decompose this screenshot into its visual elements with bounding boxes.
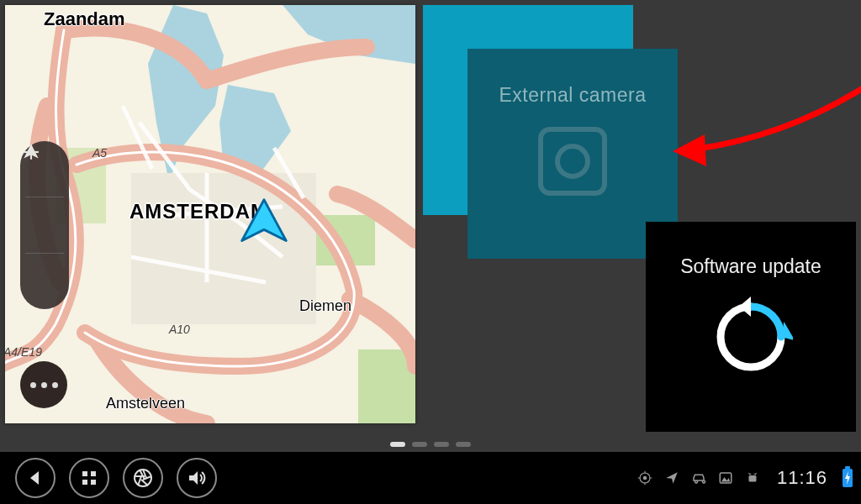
svg-rect-14: [82, 480, 87, 485]
back-arrow-icon: [25, 468, 45, 488]
home-stage: Zaandam AMSTERDAM Diemen Amstelveen A5 A…: [0, 0, 861, 449]
page-dot[interactable]: [456, 442, 471, 447]
location-arrow-icon: [664, 470, 679, 486]
callout-arrow: [673, 81, 861, 190]
zoom-control: [20, 141, 69, 309]
status-tray: 11:16: [637, 467, 853, 489]
external-camera-title: External camera: [467, 84, 678, 107]
svg-point-18: [643, 476, 647, 480]
svg-rect-12: [82, 471, 87, 476]
svg-rect-23: [748, 475, 756, 482]
car-icon: [691, 470, 706, 486]
svg-rect-13: [91, 471, 96, 476]
dot-icon: [41, 382, 47, 388]
page-dot[interactable]: [390, 442, 405, 447]
page-dot[interactable]: [412, 442, 427, 447]
svg-rect-7: [24, 151, 38, 153]
zoom-in-button[interactable]: [20, 197, 69, 253]
svg-marker-5: [242, 200, 287, 241]
map-label-zaandam: Zaandam: [44, 8, 125, 30]
image-icon: [718, 470, 733, 486]
dot-icon: [52, 382, 58, 388]
gps-target-icon: [637, 470, 652, 486]
minus-icon: [20, 141, 42, 163]
svg-marker-11: [30, 471, 39, 485]
speaker-icon: [187, 468, 207, 488]
svg-marker-20: [666, 472, 678, 484]
svg-marker-10: [673, 134, 706, 166]
aperture-icon: [133, 468, 153, 488]
map-label-a4e19: A4/E19: [5, 345, 42, 359]
clock: 11:16: [777, 467, 827, 489]
svg-marker-17: [189, 471, 198, 485]
svg-marker-22: [721, 477, 731, 481]
svg-marker-26: [845, 471, 850, 485]
svg-marker-8: [739, 297, 751, 317]
map-label-diemen: Diemen: [299, 297, 351, 315]
page-dot[interactable]: [434, 442, 449, 447]
map-menu-button[interactable]: [20, 361, 67, 408]
bottom-bar: 11:16: [0, 452, 861, 504]
camera-icon: [538, 127, 607, 196]
camera-aperture-button[interactable]: [123, 458, 163, 498]
software-update-title: Software update: [646, 255, 856, 278]
page-indicator: [0, 442, 861, 447]
map-label-a10: A10: [169, 323, 190, 336]
apps-grid-icon: [79, 468, 99, 488]
refresh-icon: [709, 295, 793, 379]
software-update-tile[interactable]: Software update: [646, 222, 856, 432]
zoom-out-button[interactable]: [20, 254, 69, 309]
map-label-amstelveen: Amstelveen: [106, 395, 185, 412]
svg-rect-15: [91, 480, 96, 485]
battery-charging-icon: [843, 469, 853, 487]
android-icon: [745, 470, 760, 486]
volume-button[interactable]: [177, 458, 217, 498]
dot-icon: [30, 382, 36, 388]
apps-button[interactable]: [69, 458, 109, 498]
back-button[interactable]: [15, 458, 55, 498]
current-location-cursor: [239, 197, 289, 247]
map-label-a5: A5: [92, 146, 107, 160]
map-widget[interactable]: Zaandam AMSTERDAM Diemen Amstelveen A5 A…: [5, 5, 415, 423]
